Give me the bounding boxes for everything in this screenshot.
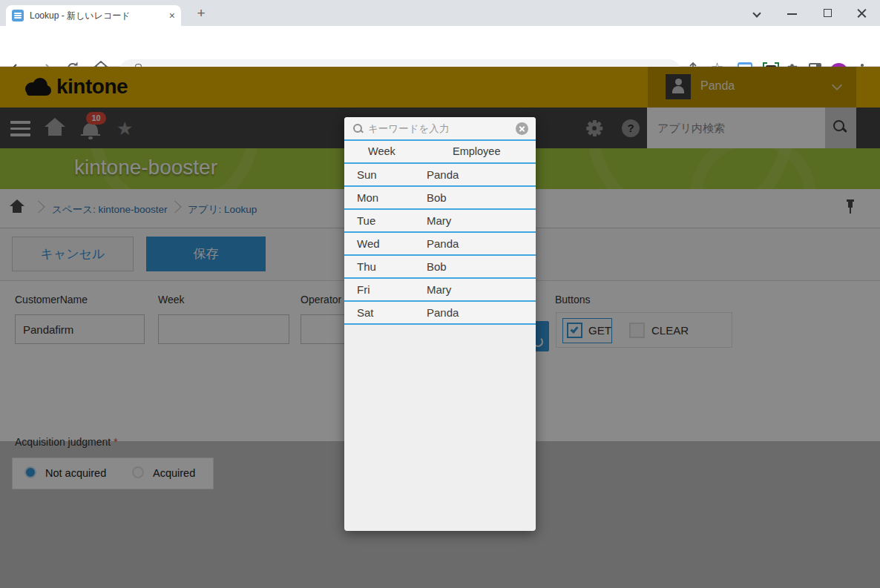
tab-search-chevron-icon[interactable] (751, 6, 766, 21)
column-header-week: Week (368, 145, 395, 157)
new-tab-button[interactable]: + (191, 4, 211, 23)
tab-favicon-icon (12, 10, 24, 22)
lookup-row[interactable]: Thu Bob (344, 256, 536, 279)
lookup-popup: Week Employee Sun Panda Mon Bob Tue Mary… (344, 117, 536, 531)
row-employee: Panda (427, 237, 459, 250)
row-week: Tue (357, 214, 375, 227)
lookup-row[interactable]: Sun Panda (344, 164, 536, 187)
row-employee: Mary (427, 283, 451, 296)
row-employee: Panda (427, 168, 459, 181)
row-week: Sun (357, 168, 377, 181)
row-week: Wed (357, 237, 380, 250)
popup-table-header: Week Employee (344, 141, 536, 164)
window-maximize-button[interactable] (821, 6, 835, 21)
search-icon (353, 124, 364, 134)
lookup-row[interactable]: Sat Panda (344, 302, 536, 325)
lookup-row[interactable]: Tue Mary (344, 210, 536, 233)
popup-search-input[interactable] (368, 117, 502, 139)
row-employee: Panda (427, 306, 459, 319)
popup-search-row (344, 117, 536, 141)
row-employee: Bob (427, 191, 447, 204)
row-week: Mon (357, 191, 378, 204)
tab-close-icon[interactable]: × (169, 10, 175, 22)
column-header-employee: Employee (453, 145, 500, 157)
clear-search-icon[interactable] (516, 122, 528, 135)
row-employee: Mary (427, 214, 451, 227)
browser-toolbar: pandafirm.cybozu.com/k/1838/edit ☆ S (0, 26, 880, 67)
lookup-row[interactable]: Mon Bob (344, 187, 536, 210)
lookup-row[interactable]: Fri Mary (344, 279, 536, 302)
row-week: Fri (357, 283, 370, 296)
screen: Lookup - 新しいレコード × + pandafirm.cybozu.co… (0, 0, 880, 588)
row-week: Sat (357, 306, 374, 319)
browser-tab-strip: Lookup - 新しいレコード × + (0, 0, 880, 26)
row-week: Thu (357, 260, 376, 273)
row-employee: Bob (427, 260, 447, 273)
browser-tab[interactable]: Lookup - 新しいレコード × (6, 5, 181, 26)
window-close-button[interactable] (855, 6, 870, 21)
window-minimize-button[interactable] (785, 6, 800, 21)
lookup-row[interactable]: Wed Panda (344, 233, 536, 256)
tab-title: Lookup - 新しいレコード (30, 10, 165, 22)
